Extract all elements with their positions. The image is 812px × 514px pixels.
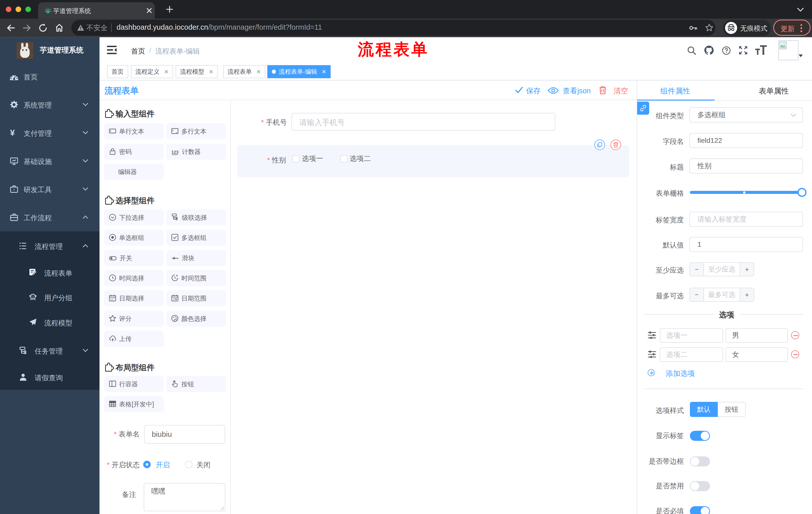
svg-text:123: 123 xyxy=(171,150,178,155)
